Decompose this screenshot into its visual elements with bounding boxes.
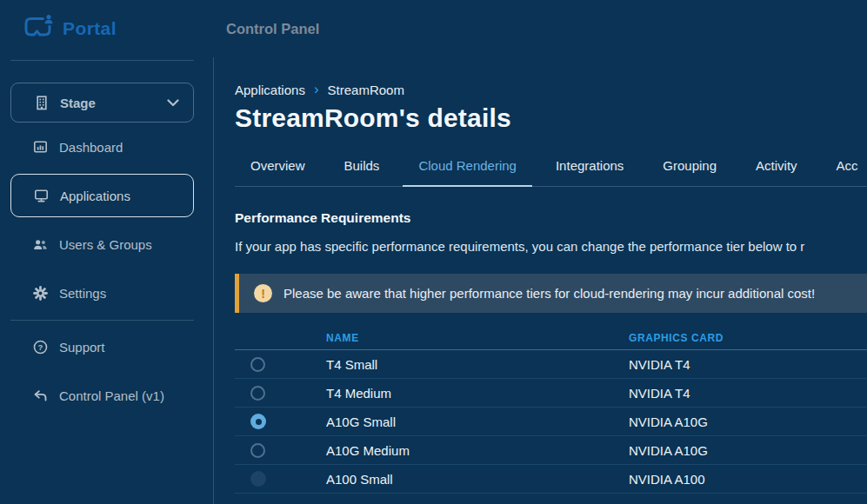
sidebar-item-support[interactable]: ? Support bbox=[0, 322, 213, 371]
tier-row-t4-small[interactable]: T4 Small NVIDIA T4 bbox=[235, 350, 867, 379]
gear-icon bbox=[33, 286, 48, 301]
tab-acc[interactable]: Acc bbox=[821, 158, 867, 186]
section-heading: Performance Requirements bbox=[235, 210, 867, 226]
sidebar-item-settings[interactable]: Settings bbox=[0, 269, 213, 317]
main-content: Applications › StreamRoom StreamRoom's d… bbox=[214, 57, 867, 504]
warning-text: Please be aware that higher performance … bbox=[283, 286, 815, 301]
section-description: If your app has specific performance req… bbox=[235, 239, 867, 254]
sidebar-item-users-groups[interactable]: Users & Groups bbox=[0, 220, 213, 269]
tier-radio[interactable] bbox=[250, 386, 265, 401]
tab-cloud-rendering[interactable]: Cloud Rendering bbox=[403, 158, 532, 187]
tier-graphics-card: NVIDIA A10G bbox=[629, 414, 867, 429]
warning-banner: Please be aware that higher performance … bbox=[235, 274, 867, 313]
tier-graphics-card: NVIDIA T4 bbox=[629, 386, 867, 401]
users-icon bbox=[33, 238, 48, 251]
topbar-title: Control Panel bbox=[226, 21, 319, 37]
tier-radio[interactable] bbox=[250, 443, 265, 458]
brand-name: Portal bbox=[63, 18, 117, 39]
column-header-graphics-card: GRAPHICS CARD bbox=[629, 332, 867, 344]
breadcrumb-current: StreamRoom bbox=[328, 83, 404, 97]
portal-headset-logo-icon bbox=[22, 14, 55, 43]
sidebar-item-applications[interactable]: Applications bbox=[10, 174, 194, 217]
tab-integrations[interactable]: Integrations bbox=[540, 158, 639, 186]
tier-radio[interactable] bbox=[250, 471, 266, 487]
table-header-row: NAME GRAPHICS CARD bbox=[235, 327, 867, 350]
tier-graphics-card: NVIDIA A10G bbox=[629, 443, 867, 458]
performance-tiers-table: NAME GRAPHICS CARD T4 Small NVIDIA T4 T4… bbox=[235, 327, 867, 494]
tier-row-a100-small[interactable]: A100 Small NVIDIA A100 bbox=[235, 465, 867, 494]
tab-activity[interactable]: Activity bbox=[740, 158, 813, 186]
tier-row-a10g-medium[interactable]: A10G Medium NVIDIA A10G bbox=[235, 436, 867, 465]
svg-text:?: ? bbox=[38, 342, 43, 352]
tier-name: T4 Small bbox=[326, 357, 629, 372]
stage-selector-label: Stage bbox=[60, 96, 167, 110]
tab-grouping[interactable]: Grouping bbox=[647, 158, 732, 186]
exclamation-circle-icon bbox=[254, 284, 272, 302]
building-icon bbox=[34, 96, 49, 110]
divider bbox=[10, 60, 194, 61]
tier-radio[interactable] bbox=[250, 414, 266, 429]
sidebar: Stage Dashboard Applications Users & Gro… bbox=[0, 57, 214, 504]
tab-builds[interactable]: Builds bbox=[329, 158, 396, 186]
tab-overview[interactable]: Overview bbox=[235, 158, 321, 186]
topbar: Portal Control Panel bbox=[0, 0, 867, 57]
tier-graphics-card: NVIDIA A100 bbox=[629, 472, 867, 487]
breadcrumb-applications-link[interactable]: Applications bbox=[235, 83, 305, 97]
tier-graphics-card: NVIDIA T4 bbox=[629, 357, 867, 372]
question-circle-icon: ? bbox=[33, 340, 48, 355]
tier-radio[interactable] bbox=[250, 357, 265, 372]
breadcrumb: Applications › StreamRoom bbox=[235, 83, 867, 97]
sidebar-nav: Dashboard Applications Users & Groups Se… bbox=[0, 123, 213, 420]
tier-name: T4 Medium bbox=[326, 386, 629, 401]
chevron-down-icon bbox=[167, 95, 179, 110]
reply-arrow-icon bbox=[33, 389, 48, 402]
bar-chart-icon bbox=[33, 140, 48, 154]
tier-name: A10G Small bbox=[326, 414, 629, 429]
chevron-right-icon: › bbox=[314, 82, 319, 96]
table-body: T4 Small NVIDIA T4 T4 Medium NVIDIA T4 A… bbox=[235, 350, 867, 494]
app-logo[interactable]: Portal bbox=[0, 14, 214, 43]
page-title: StreamRoom's details bbox=[235, 103, 867, 133]
sidebar-item-dashboard[interactable]: Dashboard bbox=[0, 123, 213, 171]
tier-row-a10g-small[interactable]: A10G Small NVIDIA A10G bbox=[235, 408, 867, 436]
sidebar-item-control-panel-v1[interactable]: Control Panel (v1) bbox=[0, 371, 213, 420]
monitor-icon bbox=[34, 189, 49, 202]
divider bbox=[10, 320, 194, 321]
column-header-name: NAME bbox=[326, 332, 629, 344]
tab-bar: OverviewBuildsCloud RenderingIntegration… bbox=[235, 158, 867, 187]
tier-name: A100 Small bbox=[326, 472, 629, 487]
tier-row-t4-medium[interactable]: T4 Medium NVIDIA T4 bbox=[235, 379, 867, 408]
tier-name: A10G Medium bbox=[326, 443, 629, 458]
stage-selector[interactable]: Stage bbox=[10, 83, 194, 123]
